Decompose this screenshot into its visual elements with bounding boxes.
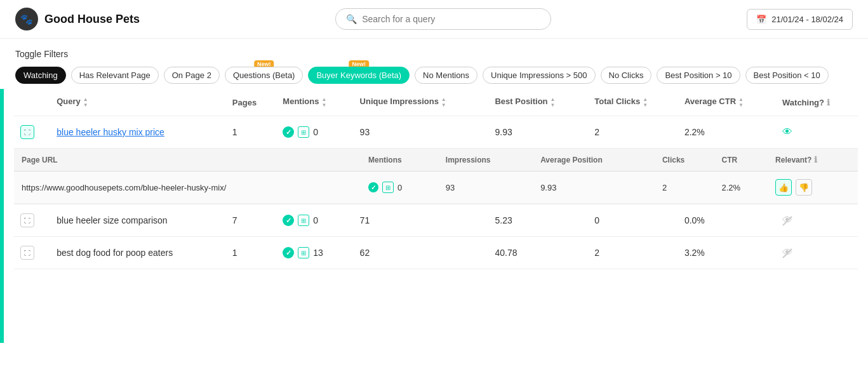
chip-no-mentions[interactable]: No Mentions (415, 67, 477, 84)
sub-td-avg-position: 9.93 (533, 171, 655, 204)
table-row: ⛶blue heeler husky mix price1✓⊞0939.9322… (14, 116, 858, 149)
expand-icon[interactable]: ⛶ (20, 246, 34, 260)
sub-td-url: https://www.goodhousepets.com/blue-heele… (14, 171, 361, 204)
search-icon: 🔍 (346, 14, 357, 24)
td-best-position: 9.93 (488, 116, 588, 149)
check-circle-icon: ✓ (283, 126, 294, 138)
query-link[interactable]: blue heeler husky mix price (57, 127, 164, 137)
chip-best-position-lt-10[interactable]: Best Position < 10 (745, 67, 829, 84)
sort-arrows-icon[interactable]: ▲▼ (321, 97, 326, 108)
th-label-query: Query (57, 97, 81, 106)
chip-no-clicks[interactable]: No Clicks (601, 67, 652, 84)
sort-arrows-icon[interactable]: ▲▼ (441, 97, 446, 108)
sub-td-relevant: 👍👎 (768, 171, 858, 204)
th-label-pages: Pages (232, 98, 257, 107)
td-total-clicks: 0 (588, 204, 678, 237)
sub-td-clicks: 2 (655, 171, 714, 204)
th-query[interactable]: Query▲▼ (50, 89, 226, 116)
sub-table-icon: ⊞ (382, 182, 394, 193)
thumb-down-icon[interactable]: 👎 (796, 179, 812, 196)
td-total-clicks: 2 (588, 237, 678, 269)
chip-questions-beta[interactable]: Questions (Beta) (225, 67, 304, 84)
toggle-filters-section: Toggle Filters WatchingHas Relevant Page… (0, 39, 868, 89)
chip-watching[interactable]: Watching (15, 67, 66, 84)
td-watching: 👁 (776, 116, 858, 149)
th-label-best_position: Best Position (495, 97, 547, 106)
info-icon[interactable]: ℹ (824, 98, 830, 107)
th-best_position[interactable]: Best Position▲▼ (488, 89, 588, 116)
chip-wrapper-watching: Watching (15, 67, 66, 84)
td-total-clicks: 2 (588, 116, 678, 149)
th-average_ctr[interactable]: Average CTR▲▼ (678, 89, 776, 116)
expand-icon[interactable]: ⛶ (20, 125, 34, 139)
td-pages: 1 (226, 116, 276, 149)
td-average-ctr: 3.2% (678, 237, 776, 269)
site-title: Good House Pets (44, 13, 140, 26)
chip-wrapper-best-position-lt-10: Best Position < 10 (745, 67, 829, 84)
toggle-filters-label: Toggle Filters (15, 49, 853, 59)
td-unique-impressions: 62 (354, 237, 489, 269)
sub-check-circle-icon: ✓ (368, 182, 378, 192)
chip-wrapper-has-relevant-page: Has Relevant Page (71, 67, 159, 84)
eye-on-icon[interactable]: 👁 (782, 126, 792, 137)
th-label-total_clicks: Total Clicks (594, 97, 640, 106)
td-expand: ⛶ (14, 116, 50, 149)
thumb-up-icon[interactable]: 👍 (775, 179, 792, 196)
th-total_clicks[interactable]: Total Clicks▲▼ (588, 89, 678, 116)
check-circle-icon: ✓ (283, 215, 294, 226)
main-content: Query▲▼PagesMentions▲▼Unique Impressions… (0, 89, 868, 343)
date-range[interactable]: 📅 21/01/24 - 18/02/24 (747, 9, 853, 30)
table-icon: ⊞ (298, 126, 309, 138)
td-best-position: 5.23 (488, 204, 588, 237)
th-label-unique_impressions: Unique Impressions (360, 97, 439, 106)
chip-has-relevant-page[interactable]: Has Relevant Page (71, 67, 159, 84)
sort-arrows-icon[interactable]: ▲▼ (643, 97, 648, 108)
th-unique_impressions[interactable]: Unique Impressions▲▼ (354, 89, 489, 116)
chip-wrapper-unique-impressions: Unique Impressions > 500 (483, 67, 595, 84)
td-pages: 1 (226, 237, 276, 269)
sub-table-data-row: https://www.goodhousepets.com/blue-heele… (14, 171, 858, 204)
chip-buyer-keywords-beta[interactable]: Buyer Keywords (Beta) (308, 67, 410, 84)
mention-count: 0 (313, 127, 318, 137)
sub-table: Page URLMentionsImpressionsAverage Posit… (14, 149, 858, 204)
table-row: ⛶best dog food for poop eaters1✓⊞136240.… (14, 237, 858, 269)
chip-wrapper-no-clicks: No Clicks (601, 67, 652, 84)
sort-arrows-icon[interactable]: ▲▼ (83, 97, 88, 108)
mention-count: 0 (313, 215, 318, 225)
chip-wrapper-no-mentions: No Mentions (415, 67, 477, 84)
td-expand: ⛶ (14, 237, 50, 269)
chip-unique-impressions[interactable]: Unique Impressions > 500 (483, 67, 595, 84)
sub-th-impressions: Impressions (438, 149, 533, 171)
search-bar[interactable]: 🔍 (335, 8, 551, 30)
expand-icon[interactable]: ⛶ (20, 213, 34, 227)
sub-th-average_position: Average Position (533, 149, 655, 171)
td-query: blue heeler size comparison (50, 204, 226, 237)
sub-info-icon[interactable]: ℹ (811, 155, 817, 164)
check-circle-icon: ✓ (283, 247, 294, 258)
main-table: Query▲▼PagesMentions▲▼Unique Impressions… (14, 89, 858, 269)
sub-th-page_url: Page URL (14, 149, 361, 171)
chip-wrapper-questions-beta: New!Questions (Beta) (225, 67, 304, 84)
eye-off-icon[interactable]: 👁 (782, 215, 792, 225)
eye-off-icon[interactable]: 👁 (782, 247, 792, 258)
chip-wrapper-best-position-gt-10: Best Position > 10 (657, 67, 740, 84)
sort-arrows-icon[interactable]: ▲▼ (738, 97, 744, 108)
search-input[interactable] (362, 14, 540, 24)
td-expand: ⛶ (14, 204, 50, 237)
table-header: Query▲▼PagesMentions▲▼Unique Impressions… (14, 89, 858, 116)
chip-on-page-2[interactable]: On Page 2 (164, 67, 220, 84)
td-best-position: 40.78 (488, 237, 588, 269)
th-mentions[interactable]: Mentions▲▼ (276, 89, 353, 116)
th-pages: Pages (226, 89, 276, 116)
td-query: blue heeler husky mix price (50, 116, 226, 149)
sub-th-mentions: Mentions (361, 149, 438, 171)
calendar-icon: 📅 (756, 15, 766, 24)
sort-arrows-icon[interactable]: ▲▼ (551, 97, 556, 108)
th-label-average_ctr: Average CTR (684, 97, 736, 106)
chip-best-position-gt-10[interactable]: Best Position > 10 (657, 67, 740, 84)
sub-th-relevant: Relevant? ℹ (768, 149, 858, 171)
td-mentions: ✓⊞0 (276, 204, 353, 237)
td-mentions: ✓⊞0 (276, 116, 353, 149)
table-icon: ⊞ (298, 247, 309, 258)
chip-wrapper-on-page-2: On Page 2 (164, 67, 220, 84)
